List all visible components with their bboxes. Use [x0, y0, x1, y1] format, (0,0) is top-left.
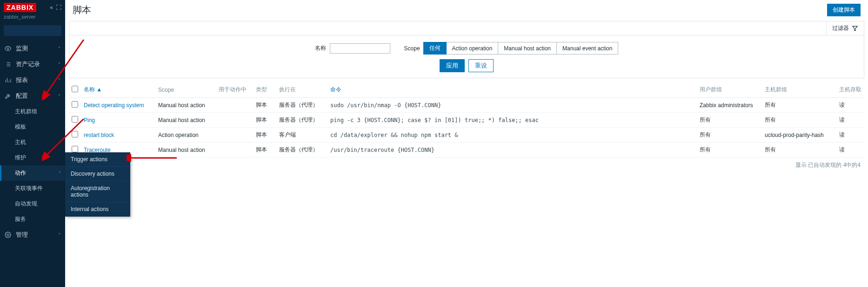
cell-scope: Manual host action: [155, 113, 216, 128]
flyout-autoreg-actions[interactable]: Autoregistration actions: [65, 181, 130, 202]
create-script-button[interactable]: 创建脚本: [827, 4, 861, 16]
script-name-link[interactable]: restart block: [84, 132, 114, 138]
logo[interactable]: ZABBIX: [4, 3, 36, 12]
cell-ugroup: 所有: [697, 113, 762, 128]
cell-exec: 服务器（代理）: [276, 98, 327, 113]
row-checkbox[interactable]: [72, 131, 78, 137]
table-row: TracerouteManual host action脚本服务器（代理）/us…: [69, 143, 864, 157]
svg-marker-14: [853, 26, 858, 30]
table-row: restart blockAction operation脚本客户端cd /da…: [69, 128, 864, 143]
filter-name-field: 名称: [315, 43, 390, 54]
cell-used: [216, 98, 253, 113]
svg-point-13: [7, 234, 9, 236]
subnav-correlation[interactable]: 关联项事件: [0, 181, 65, 196]
subnav-maintenance[interactable]: 维护: [0, 150, 65, 165]
cell-used: [216, 128, 253, 143]
col-name[interactable]: 名称 ▲: [81, 82, 155, 98]
main: 脚本 创建脚本 过滤器 名称 Scope 任何 Action operation: [65, 0, 868, 287]
scope-action-op[interactable]: Action operation: [446, 42, 499, 55]
row-checkbox[interactable]: [72, 101, 78, 108]
cell-exec: 服务器（代理）: [276, 143, 327, 157]
nav-label: 资产记录: [16, 60, 40, 68]
flyout-discovery-actions[interactable]: Discovery actions: [65, 167, 130, 181]
scope-manual-host[interactable]: Manual host action: [498, 42, 557, 55]
flyout-trigger-actions[interactable]: Trigger actions: [65, 152, 130, 167]
chevron-down-icon: ˅: [58, 78, 60, 83]
cell-ugroup: Zabbix administrators: [697, 98, 762, 113]
subnav-discovery[interactable]: 自动发现: [0, 196, 65, 212]
col-exec[interactable]: 执行在: [276, 82, 327, 98]
select-all-checkbox[interactable]: [72, 86, 78, 92]
filter-toggle[interactable]: 过滤器: [826, 21, 864, 35]
scope-any[interactable]: 任何: [423, 42, 447, 55]
cell-cmd: sudo /usr/bin/nmap -O {HOST.CONN}: [327, 98, 697, 113]
subnav-templates[interactable]: 模板: [0, 119, 65, 135]
cell-ugroup: 所有: [697, 128, 762, 143]
nav-label: 配置: [16, 92, 28, 100]
list-icon: [5, 61, 13, 68]
cell-cmd: ping -c 3 {HOST.CONN}; case $? in [01]) …: [327, 113, 697, 128]
cell-hgroup: 所有: [762, 113, 836, 128]
row-checkbox[interactable]: [72, 116, 78, 123]
cell-hgroup: 所有: [762, 98, 836, 113]
cell-hgroup: 所有: [762, 143, 836, 157]
reset-button[interactable]: 重设: [468, 59, 494, 72]
filter-scope-label: Scope: [404, 45, 420, 52]
col-used[interactable]: 用于动作中: [216, 82, 253, 98]
cell-scope: Manual host action: [155, 143, 216, 157]
col-ugroup[interactable]: 用户群组: [697, 82, 762, 98]
expand-icon[interactable]: ⛶: [56, 4, 61, 11]
nav-monitoring[interactable]: 监测 ˅: [0, 41, 65, 56]
col-hgroup[interactable]: 主机群组: [762, 82, 836, 98]
col-scope[interactable]: Scope: [155, 82, 216, 98]
cell-exec: 服务器（代理）: [276, 113, 327, 128]
sidebar: ZABBIX « ⛶ zabbix_server 监测 ˅ 资产记录 ˅ 报表 …: [0, 0, 65, 287]
filter-panel: 过滤器 名称 Scope 任何 Action operation Manual …: [69, 21, 864, 78]
filter-label: 过滤器: [832, 24, 849, 32]
actions-flyout: Trigger actions Discovery actions Autore…: [65, 152, 130, 217]
cell-type: 脚本: [253, 128, 276, 143]
cell-cmd: cd /data/explorer && nohup npm start &: [327, 128, 697, 143]
subnav-label: 动作: [15, 170, 26, 176]
eye-icon: [5, 45, 13, 52]
apply-button[interactable]: 应用: [440, 59, 465, 72]
nav-reports[interactable]: 报表 ˅: [0, 72, 65, 88]
filter-name-input[interactable]: [330, 43, 390, 54]
search-box[interactable]: [4, 25, 61, 36]
page-header: 脚本 创建脚本: [65, 0, 868, 21]
server-name: zabbix_server: [0, 13, 65, 23]
scripts-table: 名称 ▲ Scope 用于动作中 类型 执行在 命令 用户群组 主机群组 主机存…: [69, 82, 864, 157]
scope-manual-event[interactable]: Manual event action: [556, 42, 618, 55]
config-subnav: 主机群组 模板 主机 维护 动作› 关联项事件 自动发现 服务: [0, 104, 65, 227]
cell-hgroup: ucloud-prod-parity-hash: [762, 128, 836, 143]
nav-administration[interactable]: 管理 ˅: [0, 227, 65, 243]
cell-exec: 客户端: [276, 128, 327, 143]
subnav-hostgroups[interactable]: 主机群组: [0, 104, 65, 119]
chevron-down-icon: ˅: [58, 46, 60, 51]
cell-access: 读: [836, 113, 864, 128]
col-cmd[interactable]: 命令: [327, 82, 697, 98]
col-access[interactable]: 主机存取: [836, 82, 864, 98]
scope-segmented: 任何 Action operation Manual host action M…: [424, 42, 619, 55]
filter-scope-field: Scope 任何 Action operation Manual host ac…: [404, 42, 619, 55]
cell-scope: Action operation: [155, 128, 216, 143]
table-row: Detect operating systemManual host actio…: [69, 98, 864, 113]
col-type[interactable]: 类型: [253, 82, 276, 98]
wrench-icon: [5, 93, 13, 99]
cell-used: [216, 143, 253, 157]
collapse-icon[interactable]: «: [50, 4, 53, 11]
cell-scope: Manual host action: [155, 98, 216, 113]
subnav-hosts[interactable]: 主机: [0, 135, 65, 150]
nav-inventory[interactable]: 资产记录 ˅: [0, 56, 65, 72]
flyout-internal-actions[interactable]: Internal actions: [65, 202, 130, 217]
subnav-actions[interactable]: 动作›: [0, 165, 65, 181]
cell-type: 脚本: [253, 143, 276, 157]
script-name-link[interactable]: Detect operating system: [84, 102, 144, 109]
script-name-link[interactable]: Ping: [84, 117, 95, 123]
nav-configuration[interactable]: 配置 ˄: [0, 88, 65, 104]
cell-ugroup: 所有: [697, 143, 762, 157]
subnav-services[interactable]: 服务: [0, 212, 65, 227]
chevron-up-icon: ˄: [58, 94, 60, 99]
cell-used: [216, 113, 253, 128]
row-checkbox[interactable]: [72, 146, 78, 152]
